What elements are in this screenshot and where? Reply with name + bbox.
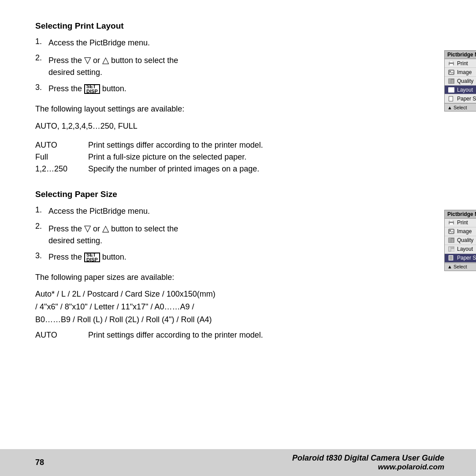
section2-body1: The following paper sizes are available: (35, 271, 435, 284)
menu1-title: Pictbridge Menu (447, 52, 476, 58)
menu2-quality-label: Quality (457, 237, 476, 243)
s2-def-auto-desc: Print settings differ according to the p… (88, 331, 435, 340)
s2-step3-num: 3. (35, 251, 45, 260)
svg-rect-21 (451, 239, 454, 242)
svg-rect-13 (449, 97, 453, 101)
menu2-header: Pictbridge Menu 1/2 (445, 210, 476, 219)
menu1-row-quality: Quality 4 (445, 77, 476, 86)
s2-step3-text: Press the SETDISP button. (48, 251, 126, 263)
menu1-row-papersize: Paper Size Full ▼ (445, 94, 476, 103)
s2-def-auto-term: AUTO (35, 331, 88, 340)
s2-step1-num: 1. (35, 205, 45, 215)
svg-rect-16 (450, 220, 453, 222)
menu1-footer-left: ▲ Select (447, 105, 467, 110)
page: Selecting Print Layout 1. Access the Pic… (0, 0, 476, 476)
step1-num: 1. (35, 37, 45, 46)
def-full-desc: Print a full-size picture on the selecte… (88, 152, 435, 162)
menu2-footer-left: ▲ Select (447, 264, 467, 269)
layout-icon (447, 87, 455, 93)
svg-rect-27 (449, 256, 453, 260)
brand-title: Polaroid t830 Digital Camera User Guide (292, 454, 444, 463)
menu1-row-image: Image 2 (445, 68, 476, 77)
def-range: 1,2…250 Specify the number of printed im… (35, 164, 435, 174)
print-icon (447, 60, 455, 67)
svg-rect-20 (449, 238, 451, 242)
m2-quality-icon (447, 237, 455, 243)
menu1-quality-label: Quality (457, 78, 476, 84)
m2-print-icon (447, 219, 455, 226)
s2-step2-text: Press the ▽ or △ button to select thedes… (48, 222, 178, 247)
m2-layout-icon (447, 246, 455, 252)
svg-rect-15 (450, 223, 453, 225)
papersize-icon (447, 96, 455, 102)
section1-body2: AUTO, 1,2,3,4,5…250, FULL (35, 120, 435, 133)
m2-image-icon (447, 228, 455, 234)
step2-num: 2. (35, 53, 45, 63)
s2-def-auto: AUTO Print settings differ according to … (35, 331, 435, 340)
step3-num: 3. (35, 83, 45, 92)
m2-papersize-icon (447, 255, 455, 261)
menu2-row-layout: Layout (445, 245, 476, 254)
quality-icon (447, 78, 455, 84)
step1-text: Access the PictBridge menu. (48, 37, 150, 49)
menu1-header: Pictbridge Menu 1/2 (445, 51, 476, 59)
brand-url: www.polaroid.com (292, 463, 444, 472)
section1-body1: The following layout settings are availa… (35, 103, 435, 115)
svg-rect-3 (449, 70, 454, 74)
step2-text: Press the ▽ or △ button to select thedes… (48, 53, 178, 78)
svg-rect-1 (450, 64, 453, 66)
set-disp-button2-icon: SETDISP (84, 253, 100, 262)
menu2-title: Pictbridge Menu (447, 211, 476, 217)
page-footer: 78 Polaroid t830 Digital Camera User Gui… (0, 449, 476, 476)
section1-title: Selecting Print Layout (35, 21, 444, 31)
page-number: 78 (35, 458, 44, 467)
set-disp-button-icon: SETDISP (84, 84, 100, 94)
image-icon (447, 69, 455, 75)
menu2-row-print: Print Auto (445, 219, 476, 227)
brand-info: Polaroid t830 Digital Camera User Guide … (292, 454, 444, 472)
menu2-row-quality: Quality (445, 236, 476, 245)
svg-rect-6 (449, 79, 451, 83)
pictbridge-menu-2: Pictbridge Menu 1/2 Print Auto (444, 210, 476, 271)
def-full: Full Print a full-size picture on the se… (35, 152, 435, 162)
menu2-layout-label: Layout (457, 246, 476, 252)
menu2-papersize-label: Paper Size (457, 255, 476, 261)
def-auto-desc: Print settings differ according to the p… (88, 141, 435, 150)
svg-rect-7 (451, 80, 454, 83)
menu1-row-layout: Layout 9 (445, 86, 476, 94)
pictbridge-menu-1: Pictbridge Menu 1/2 Print Auto (444, 50, 476, 112)
menu1-row-print: Print Auto (445, 59, 476, 68)
menu1-print-label: Print (457, 60, 476, 67)
s2-step1-text: Access the PictBridge menu. (48, 205, 150, 217)
section-paper-size: Selecting Paper Size 1. Access the PictB… (35, 190, 444, 342)
menu2-footer: ▲ Select SETOK (445, 263, 476, 271)
menu1-footer: ▲ Select SETOK (445, 103, 476, 111)
def-full-term: Full (35, 152, 88, 162)
def-range-desc: Specify the number of printed images on … (88, 164, 435, 174)
def-range-term: 1,2…250 (35, 164, 88, 174)
svg-rect-2 (450, 61, 453, 63)
menu1-layout-label: Layout (457, 87, 476, 93)
menu2-print-label: Print (457, 219, 476, 226)
s2-step2-num: 2. (35, 222, 45, 231)
menu1-papersize-label: Paper Size (457, 96, 476, 102)
def-auto: AUTO Print settings differ according to … (35, 141, 435, 150)
menu2-row-papersize: Paper Size (445, 254, 476, 263)
menu2-image-label: Image (457, 228, 476, 234)
menu1-image-label: Image (457, 69, 476, 75)
section2-title: Selecting Paper Size (35, 190, 444, 199)
menu2-row-image: Image 4" x 6" (445, 227, 476, 236)
step3-text: Press the SETDISP button. (48, 83, 126, 95)
section2-body2: Auto* / L / 2L / Postcard / Card Size / … (35, 288, 435, 326)
def-auto-term: AUTO (35, 141, 88, 150)
svg-rect-17 (449, 229, 454, 234)
section-print-layout: Selecting Print Layout 1. Access the Pic… (35, 21, 444, 176)
